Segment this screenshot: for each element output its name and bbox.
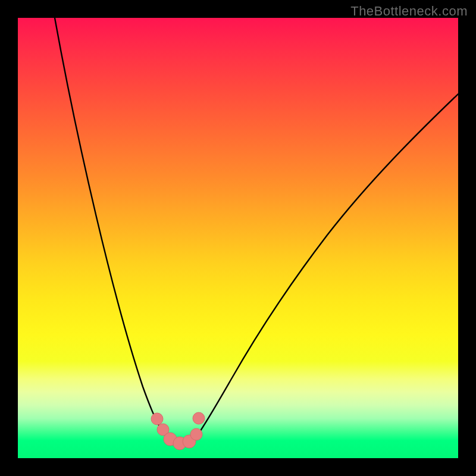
- watermark-text: TheBottleneck.com: [350, 4, 468, 19]
- valley-marker-right-top: [193, 412, 205, 424]
- valley-marker-right-mid: [190, 428, 202, 440]
- bottleneck-curve: [55, 18, 458, 444]
- valley-marker-left-top: [151, 413, 163, 425]
- chart-svg: [18, 18, 458, 458]
- plot-area: [18, 18, 458, 458]
- valley-markers: [151, 412, 205, 450]
- chart-frame: TheBottleneck.com: [0, 0, 476, 476]
